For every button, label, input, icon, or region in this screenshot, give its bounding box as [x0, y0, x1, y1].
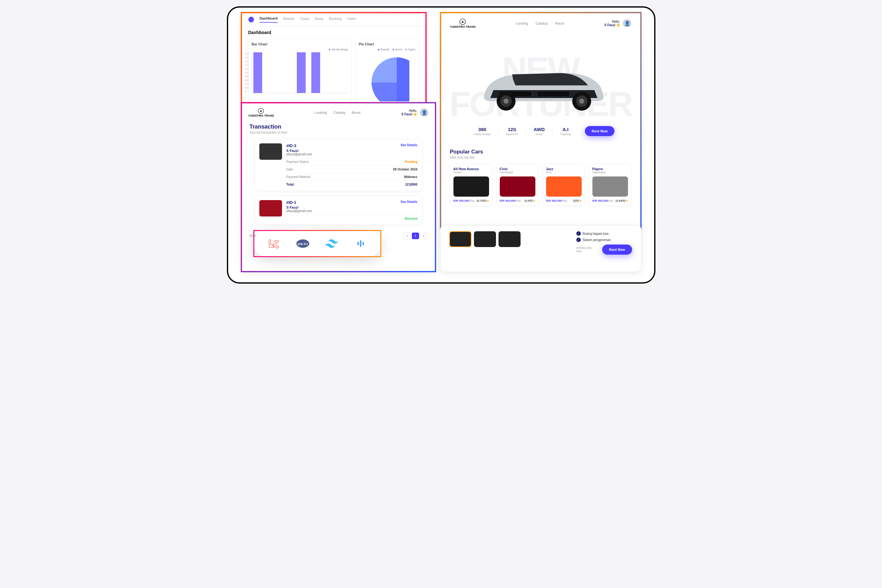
car-thumbnail-icon: [260, 143, 282, 160]
bar-chart-card: Bar Chart My Bookings 2.01.81.61.41.21.0…: [248, 39, 352, 105]
pie-chart: [359, 51, 410, 102]
main-nav: Landing Catalog About: [516, 21, 564, 25]
pagination-next-button[interactable]: ›: [420, 232, 427, 239]
nav-catalog[interactable]: Catalog: [333, 111, 345, 114]
php-icon: php 8.2: [296, 237, 310, 250]
car-type: Hatchback: [592, 171, 628, 174]
brand-logo-icon: [459, 18, 466, 25]
site-header: YUDISTIRA TRANS Landing Catalog About He…: [242, 104, 435, 122]
car-image-icon: [546, 177, 582, 196]
car-type: Sedan: [453, 171, 489, 174]
value-payment-status: Success: [405, 217, 417, 220]
thumbnail[interactable]: [449, 231, 471, 247]
svg-rect-4: [360, 240, 362, 247]
transactions-subheading: Your list transaction in here: [250, 131, 427, 134]
page-title: Dashboard: [242, 26, 425, 39]
laravel-icon: [267, 237, 281, 250]
thumbnail-row: [449, 231, 520, 247]
car-card[interactable]: Jazz SUV IDR 350,000/day(5/5)★: [543, 164, 585, 206]
tab-booking[interactable]: Booking: [329, 17, 342, 22]
pagination-page-button[interactable]: 1: [412, 232, 419, 239]
bar-chart-title: Bar Chart: [252, 42, 348, 46]
landing-panel: YUDISTIRA TRANS Landing Catalog About He…: [440, 12, 642, 232]
car-thumbnail-icon: [260, 200, 282, 216]
nav-about[interactable]: About: [555, 21, 564, 25]
rent-now-button[interactable]: Rent Now: [602, 244, 632, 255]
nav-about[interactable]: About: [352, 111, 361, 114]
label-payment-method: Payment Method:: [286, 175, 311, 178]
tablet-frame: Dashboard Brands Types Items Booking Use…: [227, 6, 656, 284]
thumbnail[interactable]: [474, 231, 496, 247]
tech-stack-pill: php 8.2: [254, 230, 381, 257]
user-menu[interactable]: Hello, S Fauzi 👋 👤: [604, 19, 632, 27]
car-type: Hatchback: [500, 171, 536, 174]
pie-chart-card: Pie Chart Brands Items Types: [356, 39, 419, 105]
svg-rect-3: [357, 242, 359, 246]
car-image-icon: [500, 177, 536, 196]
car-card[interactable]: All New Avanza Sedan IDR 450,000/day(4.7…: [450, 164, 492, 206]
svg-point-11: [504, 99, 508, 104]
label-date: Date:: [286, 168, 294, 171]
car-card[interactable]: Pajero Hatchback IDR 450,000/day(4.99/5)…: [589, 164, 632, 206]
pagination-prev-button[interactable]: ‹: [404, 232, 410, 239]
tab-brands[interactable]: Brands: [283, 17, 294, 22]
transaction-user: S Fauzi: [286, 206, 312, 209]
main-nav: Landing Catalog About: [315, 111, 361, 114]
pie-chart-title: Pie Chart: [359, 42, 416, 46]
car-card[interactable]: Civic Hatchback IDR 400,000/day(4.8/5)★: [496, 164, 539, 206]
detail-snippet-panel: Ruang bagasi luas Sistem pengereman IDR4…: [440, 225, 642, 272]
label-payment-status: [286, 217, 287, 220]
tailwind-icon: [325, 237, 339, 250]
feature-item: Sistem pengereman: [576, 238, 632, 242]
tab-items[interactable]: Items: [315, 17, 323, 22]
svg-rect-8: [538, 92, 569, 96]
bar-chart: 2.01.81.61.41.21.00.80.60.40.20: [252, 52, 348, 93]
tab-types[interactable]: Types: [300, 17, 309, 22]
site-header: YUDISTIRA TRANS Landing Catalog About He…: [441, 13, 640, 33]
bar-y-axis: 2.01.81.61.41.21.00.80.60.40.20: [245, 52, 249, 93]
greeting: Hello,: [604, 20, 620, 23]
pie-legend: Brands Items Types: [359, 48, 416, 51]
hero-section: NEW FORTUNER: [441, 33, 640, 128]
livewire-icon: [354, 237, 368, 250]
transaction-card: #ID-3 S Fauzi sfauzi@gmail.com See Detai…: [255, 139, 422, 191]
greeting: Hello,: [402, 109, 417, 112]
brand-logo-icon: [258, 108, 264, 114]
transaction-email: sfauzi@gmail.com: [286, 153, 312, 156]
user-menu[interactable]: Hello, S Fauzi 👋 👤: [402, 108, 429, 117]
popular-cars-section: Popular Cars Start your big day All New …: [441, 136, 640, 206]
transaction-email: sfauzi@gmail.com: [286, 209, 312, 213]
avatar-icon[interactable]: 👤: [420, 108, 428, 117]
nav-catalog[interactable]: Catalog: [536, 21, 548, 25]
car-image-icon: [592, 177, 628, 196]
car-image-icon: [453, 177, 489, 196]
see-details-link[interactable]: See Details: [400, 143, 417, 147]
thumbnail[interactable]: [498, 231, 520, 247]
transaction-card: #ID-1 S Fauzi sfauzi@gmail.com See Detai…: [255, 195, 422, 225]
tab-dashboard[interactable]: Dashboard: [260, 16, 278, 23]
see-details-link[interactable]: See Details: [400, 200, 417, 204]
username: S Fauzi: [604, 23, 615, 27]
hero-car-image: [465, 43, 616, 118]
svg-rect-5: [362, 242, 364, 246]
car-type: SUV: [546, 171, 582, 174]
tab-users[interactable]: Users: [347, 17, 356, 22]
label-payment-status: Payment Status:: [286, 160, 309, 164]
popular-heading: Popular Cars: [450, 149, 632, 155]
dashboard-panel: Dashboard Brands Types Items Booking Use…: [241, 12, 427, 106]
star-icon: ★: [626, 199, 628, 202]
star-icon: ★: [579, 199, 582, 202]
brand-logo[interactable]: YUDISTIRA TRANS: [450, 18, 476, 28]
avatar-icon[interactable]: 👤: [623, 19, 631, 27]
svg-text:php 8.2: php 8.2: [297, 242, 308, 246]
brand-logo[interactable]: YUDISTIRA TRANS: [248, 108, 274, 117]
transactions-heading: Transaction: [250, 123, 427, 130]
nav-landing[interactable]: Landing: [315, 111, 327, 114]
bar-5: [311, 52, 320, 93]
dashboard-nav: Dashboard Brands Types Items Booking Use…: [242, 13, 425, 26]
bar-4: [297, 52, 306, 93]
star-icon: ★: [533, 199, 536, 202]
value-date: 09 October 2024: [393, 168, 417, 171]
nav-landing[interactable]: Landing: [516, 21, 528, 25]
value-total: 1210000: [405, 183, 417, 186]
